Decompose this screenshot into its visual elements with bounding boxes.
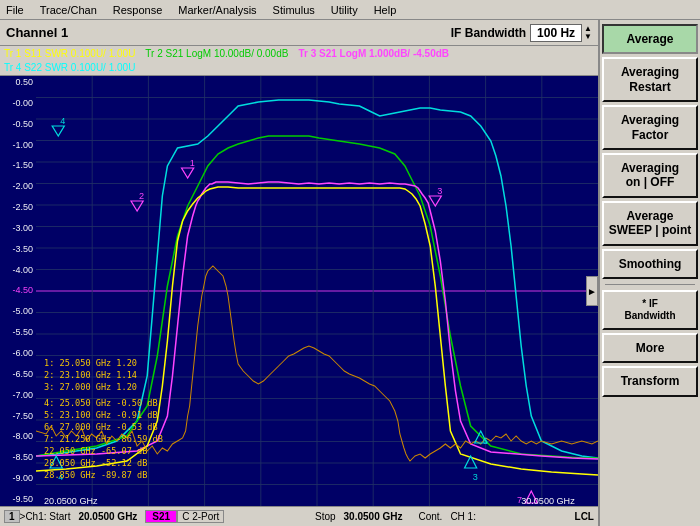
- menu-item-tracechan[interactable]: Trace/Chan: [38, 4, 99, 16]
- svg-text:1:  25.050 GHz   1.20: 1: 25.050 GHz 1.20: [44, 358, 137, 368]
- channel-title: Channel 1: [6, 25, 68, 40]
- trace1-info: Tr 1 S11 SWR 0.100U/ 1.00U: [4, 48, 135, 59]
- y-label-14: -7.00: [12, 391, 33, 400]
- start-freq: 20.0500 GHz: [78, 511, 137, 522]
- svg-text:3: 3: [437, 186, 442, 196]
- averaging-factor-btn[interactable]: AveragingFactor: [602, 105, 698, 150]
- trace2-info: Tr 2 S21 LogM 10.00dB/ 0.00dB: [145, 48, 288, 59]
- y-label-19: -9.50: [12, 495, 33, 504]
- if-bw-down-arrow[interactable]: ▼: [584, 33, 592, 41]
- svg-text:28.050 GHz -52.12 dB: 28.050 GHz -52.12 dB: [44, 458, 147, 468]
- y-label-9: -4.00: [12, 266, 33, 275]
- menu-bar: File Trace/Chan Response Marker/Analysis…: [0, 0, 700, 20]
- y-label-11: -5.50: [12, 328, 33, 337]
- y-label-16: -8.00: [12, 432, 33, 441]
- ch1-label: CH 1:: [450, 511, 476, 522]
- svg-text:3: 3: [473, 472, 478, 482]
- svg-text:5:  23.100 GHz  -0.91 dB: 5: 23.100 GHz -0.91 dB: [44, 410, 158, 420]
- menu-item-response[interactable]: Response: [111, 4, 165, 16]
- svg-text:6: 6: [483, 436, 488, 446]
- svg-text:7:  21.250 GHz -86.59 dB: 7: 21.250 GHz -86.59 dB: [44, 434, 163, 444]
- smoothing-btn[interactable]: Smoothing: [602, 249, 698, 279]
- y-label-3: -1.00: [12, 141, 33, 150]
- y-label-7: -3.00: [12, 224, 33, 233]
- y-label-13: -6.50: [12, 370, 33, 379]
- trace3-info: Tr 3 S21 LogM 1.000dB/ -4.50dB: [298, 48, 449, 59]
- svg-text:22.050 GHz -65.07 dB: 22.050 GHz -65.07 dB: [44, 446, 147, 456]
- if-bw-arrows: ▲ ▼: [584, 25, 592, 41]
- svg-text:2:  23.100 GHz   1.14: 2: 23.100 GHz 1.14: [44, 370, 137, 380]
- graph-container: 0.50 -0.00 -0.50 -1.00 -1.50 -2.00 -2.50…: [0, 76, 598, 506]
- y-label-6: -2.50: [12, 203, 33, 212]
- ch1-start-label: >Ch1: Start: [20, 511, 71, 522]
- svg-text:4: 4: [60, 116, 65, 126]
- channel-area: Channel 1 IF Bandwidth 100 Hz ▲ ▼ Tr 1 S…: [0, 20, 598, 526]
- menu-item-utility[interactable]: Utility: [329, 4, 360, 16]
- y-label-5: -2.00: [12, 182, 33, 191]
- twoport-box: C 2-Port: [177, 510, 224, 523]
- main-container: Channel 1 IF Bandwidth 100 Hz ▲ ▼ Tr 1 S…: [0, 20, 700, 526]
- y-label-4: -1.50: [12, 161, 33, 170]
- averaging-restart-btn[interactable]: AveragingRestart: [602, 57, 698, 102]
- y-label-15: -7.50: [12, 412, 33, 421]
- if-bandwidth-label: IF Bandwidth: [451, 26, 526, 40]
- transform-btn[interactable]: Transform: [602, 366, 698, 396]
- svg-text:4:  25.050 GHz  -0.50 dB: 4: 25.050 GHz -0.50 dB: [44, 398, 158, 408]
- graph-wrapper: 0.50 -0.00 -0.50 -1.00 -1.50 -2.00 -2.50…: [0, 76, 598, 506]
- stop-freq: 30.0500 GHz: [344, 511, 403, 522]
- plot-svg: 1 2 3 4 4: [36, 76, 598, 506]
- y-label-12: -6.00: [12, 349, 33, 358]
- svg-text:2: 2: [139, 191, 144, 201]
- more-btn[interactable]: More: [602, 333, 698, 363]
- y-label-10: -5.00: [12, 307, 33, 316]
- svg-text:6:  27.000 GHz  -0.53 dB: 6: 27.000 GHz -0.53 dB: [44, 422, 158, 432]
- menu-item-help[interactable]: Help: [372, 4, 399, 16]
- svg-text:28.850 GHz -89.87 dB: 28.850 GHz -89.87 dB: [44, 470, 147, 480]
- if-bandwidth-value[interactable]: 100 Hz: [530, 24, 582, 42]
- menu-item-file[interactable]: File: [4, 4, 26, 16]
- plot-arrow-right[interactable]: ►: [586, 276, 598, 306]
- if-bandwidth-group: IF Bandwidth 100 Hz ▲ ▼: [451, 24, 592, 42]
- sidebar-divider: [605, 284, 695, 285]
- y-axis: 0.50 -0.00 -0.50 -1.00 -1.50 -2.00 -2.50…: [0, 76, 36, 506]
- svg-text:30.0500 GHz: 30.0500 GHz: [521, 496, 575, 506]
- menu-item-stimulus[interactable]: Stimulus: [271, 4, 317, 16]
- trace4-info: Tr 4 S22 SWR 0.100U/ 1.00U: [4, 62, 135, 73]
- lcl-label: LCL: [575, 511, 594, 522]
- trace-bar: Tr 1 S11 SWR 0.100U/ 1.00U Tr 2 S21 LogM…: [0, 46, 598, 76]
- average-sweep-btn[interactable]: AverageSWEEP | point: [602, 201, 698, 246]
- stop-label: Stop: [315, 511, 336, 522]
- sidebar: Average AveragingRestart AveragingFactor…: [598, 20, 700, 526]
- channel-header: Channel 1 IF Bandwidth 100 Hz ▲ ▼: [0, 20, 598, 46]
- average-btn[interactable]: Average: [602, 24, 698, 54]
- channel-number: 1: [4, 510, 20, 523]
- s21-box[interactable]: S21: [145, 510, 177, 523]
- y-label-2: -0.50: [12, 120, 33, 129]
- if-bandwidth-btn[interactable]: * IFBandwidth: [602, 290, 698, 330]
- y-label-1: -0.00: [12, 99, 33, 108]
- svg-text:1: 1: [190, 158, 195, 168]
- svg-text:3:  27.000 GHz   1.20: 3: 27.000 GHz 1.20: [44, 382, 137, 392]
- y-label-0: 0.50: [15, 78, 33, 87]
- svg-text:20.0500 GHz: 20.0500 GHz: [44, 496, 98, 506]
- cont-label: Cont.: [418, 511, 442, 522]
- y-label-ref: -4.50: [12, 286, 33, 295]
- bottom-bar: 1 >Ch1: Start 20.0500 GHz S21 C 2-Port S…: [0, 506, 598, 526]
- plot-area: 1 2 3 4 4: [36, 76, 598, 506]
- averaging-on-off-btn[interactable]: Averagingon | OFF: [602, 153, 698, 198]
- menu-item-marker[interactable]: Marker/Analysis: [176, 4, 258, 16]
- y-label-18: -9.00: [12, 474, 33, 483]
- y-label-8: -3.50: [12, 245, 33, 254]
- y-label-17: -8.50: [12, 453, 33, 462]
